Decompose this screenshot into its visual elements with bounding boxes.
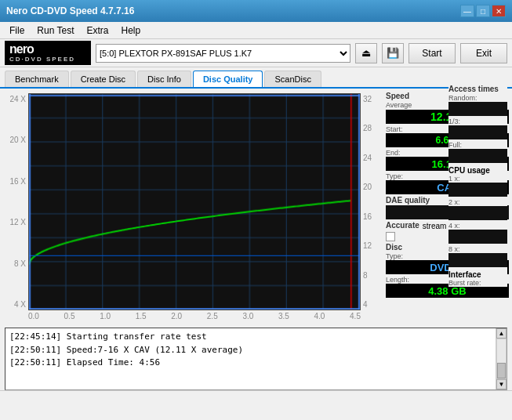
tab-disc-quality[interactable]: Disc Quality <box>193 71 263 87</box>
scroll-thumb[interactable] <box>497 363 506 378</box>
cpu-4x-label: 4 x: <box>448 222 507 230</box>
drive-select[interactable]: [5:0] PLEXTOR PX-891SAF PLUS 1.K7 <box>96 44 350 63</box>
scroll-up-button[interactable]: ▲ <box>496 328 507 339</box>
maximize-button[interactable]: □ <box>476 5 490 17</box>
full-value <box>448 149 507 163</box>
yr-12: 12 <box>363 241 378 250</box>
y-axis-left: 4 X 8 X 12 X 16 X 20 X 24 X <box>5 93 28 323</box>
full-label: Full: <box>448 141 507 149</box>
y-label-8x: 8 X <box>5 259 26 268</box>
x-axis-labels: 0.0 0.5 1.0 1.5 2.0 2.5 3.0 3.5 4.0 4.5 <box>28 310 361 323</box>
log-line-2: [22:50:11] Elapsed Time: 4:56 <box>9 357 492 370</box>
cpu-2x-label: 2 x: <box>448 198 507 206</box>
yr-20: 20 <box>363 183 378 191</box>
log-line-0: [22:45:14] Starting transfer rate test <box>9 331 492 344</box>
accurate-subtitle: stream <box>423 222 447 230</box>
cpu-1x-label: 1 x: <box>448 175 507 183</box>
yr-16: 16 <box>363 212 378 221</box>
cpu-8x-label: 8 x: <box>448 245 507 253</box>
third-label: 1/3: <box>448 118 507 125</box>
scroll-down-button[interactable]: ▼ <box>496 379 507 389</box>
tab-scan-disc[interactable]: ScanDisc <box>264 71 321 87</box>
x-4.0: 4.0 <box>314 312 325 323</box>
status-bar <box>0 390 512 406</box>
random-value <box>448 102 507 116</box>
x-3.5: 3.5 <box>278 312 289 323</box>
yr-8: 8 <box>363 271 378 280</box>
third-value <box>448 125 507 139</box>
x-0.0: 0.0 <box>28 312 39 323</box>
yr-4: 4 <box>363 300 378 309</box>
eject-button[interactable]: ⏏ <box>355 43 377 63</box>
main-content: 4 X 8 X 12 X 16 X 20 X 24 X 0.0 0.5 1.0 … <box>0 89 512 328</box>
title-bar: Nero CD-DVD Speed 4.7.7.16 — □ ✕ <box>0 0 512 22</box>
access-title: Access times <box>448 85 507 93</box>
window-controls[interactable]: — □ ✕ <box>460 5 506 17</box>
cpu-8x-value <box>448 253 507 267</box>
start-button[interactable]: Start <box>409 43 456 63</box>
y-label-24x: 24 X <box>5 95 26 103</box>
x-0.5: 0.5 <box>64 312 75 323</box>
menu-run-test[interactable]: Run Test <box>31 24 80 38</box>
log-area: [22:45:14] Starting transfer rate test [… <box>5 328 507 390</box>
toolbar: nero CD·DVD SPEED [5:0] PLEXTOR PX-891SA… <box>0 39 512 67</box>
close-button[interactable]: ✕ <box>492 5 506 17</box>
side-panel: Speed Average 12.11x Start: 6.66x End: 1… <box>383 89 512 328</box>
log-content: [22:45:14] Starting transfer rate test [… <box>5 328 496 389</box>
yr-28: 28 <box>363 124 378 132</box>
x-2.5: 2.5 <box>207 312 218 323</box>
cpu-4x-value <box>448 230 507 244</box>
tab-benchmark[interactable]: Benchmark <box>5 71 69 87</box>
interface-title: Interface <box>448 270 507 279</box>
menu-extra[interactable]: Extra <box>80 24 114 38</box>
yr-24: 24 <box>363 154 378 162</box>
save-button[interactable]: 💾 <box>382 43 404 63</box>
x-1.5: 1.5 <box>136 312 147 323</box>
minimize-button[interactable]: — <box>460 5 474 17</box>
x-4.5: 4.5 <box>350 312 361 323</box>
menu-file[interactable]: File <box>3 24 31 38</box>
tab-bar: Benchmark Create Disc Disc Info Disc Qua… <box>0 67 512 89</box>
exit-button[interactable]: Exit <box>460 43 507 63</box>
tab-disc-info[interactable]: Disc Info <box>137 71 191 87</box>
cpu-title: CPU usage <box>448 166 507 175</box>
accurate-checkbox[interactable] <box>386 232 395 241</box>
nero-product: CD·DVD SPEED <box>9 56 86 63</box>
access-section: Access times Random: 1/3: Full: CPU usag… <box>448 85 507 287</box>
log-scrollbar: ▲ ▼ <box>496 328 507 389</box>
scroll-track[interactable] <box>496 339 507 379</box>
chart-wrapper: 4 X 8 X 12 X 16 X 20 X 24 X 0.0 0.5 1.0 … <box>5 93 378 323</box>
chart-canvas <box>28 93 361 310</box>
menu-bar: File Run Test Extra Help <box>0 22 512 39</box>
y-label-20x: 20 X <box>5 136 26 144</box>
nero-logo: nero CD·DVD SPEED <box>5 41 91 64</box>
cpu-1x-value <box>448 183 507 197</box>
x-2.0: 2.0 <box>171 312 182 323</box>
window-title: Nero CD-DVD Speed 4.7.7.16 <box>6 5 134 16</box>
chart-inner: 0.0 0.5 1.0 1.5 2.0 2.5 3.0 3.5 4.0 4.5 <box>28 93 361 323</box>
tab-create-disc[interactable]: Create Disc <box>71 71 136 87</box>
x-3.0: 3.0 <box>242 312 253 323</box>
nero-brand: nero <box>9 42 86 56</box>
y-label-12x: 12 X <box>5 218 26 226</box>
yr-32: 32 <box>363 95 378 103</box>
y-label-4x: 4 X <box>5 300 26 309</box>
log-line-1: [22:50:11] Speed:7-16 X CAV (12.11 X ave… <box>9 344 492 357</box>
burst-label: Burst rate: <box>448 279 507 287</box>
x-1.0: 1.0 <box>100 312 111 323</box>
y-axis-right: 4 8 12 16 20 24 28 32 <box>361 93 378 323</box>
menu-help[interactable]: Help <box>115 24 147 38</box>
random-label: Random: <box>448 94 507 102</box>
y-label-16x: 16 X <box>5 177 26 186</box>
accurate-label: Accurate <box>386 221 419 230</box>
cpu-2x-value <box>448 206 507 220</box>
